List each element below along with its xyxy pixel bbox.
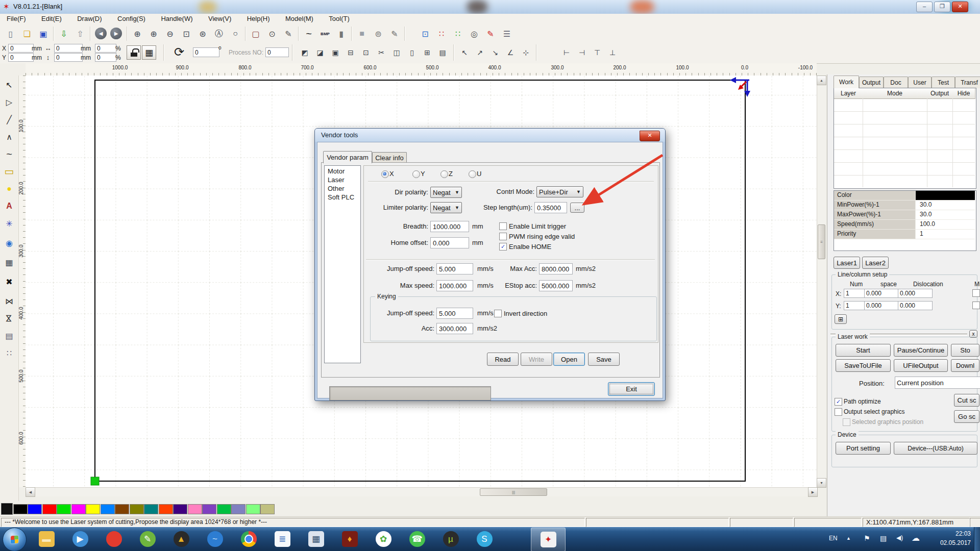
palette-color[interactable] bbox=[260, 504, 275, 514]
tab-work[interactable]: Work bbox=[834, 76, 859, 88]
board-tool-icon[interactable]: ▤ bbox=[2, 329, 16, 343]
dialog-close-icon[interactable]: ✕ bbox=[640, 131, 660, 141]
grid-tool-icon[interactable]: ▦ bbox=[2, 255, 16, 269]
maximize-button[interactable]: ❐ bbox=[934, 2, 950, 12]
breadth-input[interactable]: 1000.000 bbox=[430, 221, 469, 232]
selected-position-checkbox[interactable] bbox=[843, 418, 850, 426]
scroll-left-icon[interactable]: ◀ bbox=[26, 487, 35, 497]
taskbar-notepad[interactable]: ≣ bbox=[265, 528, 299, 550]
x-position-input[interactable]: 0 bbox=[8, 44, 34, 53]
home-offset-input[interactable]: 0.000 bbox=[430, 237, 469, 248]
vertical-scrollbar[interactable]: ▲ ≡ ▼ bbox=[817, 76, 826, 487]
zoom-pan-icon[interactable]: ⊕ bbox=[131, 27, 144, 40]
menu-help[interactable]: Help(H) bbox=[240, 14, 277, 22]
horizontal-scrollbar[interactable]: ◀ ||| ▶ bbox=[26, 487, 817, 496]
import-icon[interactable]: ⇩ bbox=[57, 27, 70, 40]
prop-priority-value[interactable]: 1 bbox=[916, 230, 975, 239]
menu-handle[interactable]: Handle(W) bbox=[154, 14, 199, 22]
incline-icon[interactable]: ∠ bbox=[504, 46, 517, 59]
bmp-tool-icon[interactable]: BMP bbox=[318, 27, 332, 40]
rotate-angle-input[interactable]: 0 bbox=[193, 47, 219, 57]
node-edit-icon[interactable]: ⊙ bbox=[265, 27, 279, 40]
align-topleft-icon[interactable]: ↖ bbox=[458, 46, 471, 59]
vertical-scroll-thumb[interactable]: ≡ bbox=[818, 224, 825, 259]
palette-color[interactable] bbox=[71, 504, 86, 514]
laser-pen-icon[interactable]: ✎ bbox=[484, 27, 497, 40]
taskbar-paint[interactable]: ✎ bbox=[131, 528, 164, 550]
start-button[interactable]: Start bbox=[836, 344, 891, 357]
menu-draw[interactable]: Draw(D) bbox=[70, 14, 108, 22]
path-optimize-checkbox[interactable]: ✓ bbox=[835, 398, 842, 406]
height-scale-input[interactable]: 0 bbox=[95, 53, 116, 62]
mirror-horizontal-icon[interactable]: ⋈ bbox=[2, 294, 16, 308]
select-tool-icon[interactable]: ↖ bbox=[2, 78, 16, 92]
cloud-sync-icon[interactable]: ☁ bbox=[912, 533, 920, 543]
action-center-flag-icon[interactable]: ⚑ bbox=[864, 534, 870, 542]
lc-x-mirror-checkbox[interactable] bbox=[972, 289, 980, 297]
lc-preview-button[interactable]: ⊞ bbox=[835, 314, 847, 324]
align-right-icon[interactable]: ⊣ bbox=[576, 46, 588, 59]
device-select-button[interactable]: Device---(USB:Auto) bbox=[894, 442, 977, 455]
palette-color[interactable] bbox=[130, 504, 144, 514]
lc-y-space-input[interactable]: 0.000 bbox=[864, 301, 899, 310]
jump-off-input[interactable]: 5.000 bbox=[436, 263, 473, 274]
ungroup-icon[interactable]: ⊞ bbox=[421, 46, 433, 59]
align-topright-icon[interactable]: ↗ bbox=[474, 46, 486, 59]
tab-output[interactable]: Output bbox=[859, 77, 884, 88]
brush-icon[interactable]: ✎ bbox=[388, 27, 401, 40]
palette-color[interactable] bbox=[144, 504, 158, 514]
minimize-button[interactable]: – bbox=[916, 2, 933, 12]
taskbar-flash[interactable]: ♦ bbox=[333, 528, 366, 550]
tab-transform[interactable]: Transf bbox=[955, 77, 980, 88]
capture-icon[interactable]: ◎ bbox=[468, 27, 481, 40]
lc-y-dislocation-input[interactable]: 0.000 bbox=[898, 301, 933, 310]
taskbar-chrome[interactable] bbox=[232, 528, 265, 550]
enable-home-checkbox[interactable]: ✓ bbox=[499, 243, 507, 251]
open-button[interactable]: Open bbox=[553, 353, 585, 366]
go-scale-button[interactable]: Go sc bbox=[954, 410, 979, 423]
tab-vendor-param[interactable]: Vendor param bbox=[323, 151, 372, 163]
menu-view[interactable]: View(V) bbox=[202, 14, 238, 22]
save-icon[interactable]: ▣ bbox=[37, 27, 50, 40]
align-bottomright-icon[interactable]: ↘ bbox=[489, 46, 501, 59]
taskbar-calculator[interactable]: ▦ bbox=[299, 528, 333, 550]
port-setting-button[interactable]: Port setting bbox=[836, 442, 891, 455]
menu-edit[interactable]: Edit(E) bbox=[35, 14, 68, 22]
width-scale-input[interactable]: 0 bbox=[95, 44, 116, 53]
taskbar-explorer[interactable]: ▬ bbox=[30, 528, 63, 550]
prop-maxpower-value[interactable]: 30.0 bbox=[916, 210, 975, 220]
taskbar-earth-browser[interactable]: ~ bbox=[198, 528, 232, 550]
new-file-icon[interactable]: ▯ bbox=[4, 27, 17, 40]
delete-tool-icon[interactable]: ✖ bbox=[2, 274, 16, 289]
align-bottom-icon[interactable]: ⊥ bbox=[606, 46, 619, 59]
group-icon[interactable]: ▯ bbox=[406, 46, 418, 59]
laser2-button[interactable]: Laser2 bbox=[862, 257, 889, 269]
language-indicator[interactable]: EN bbox=[829, 535, 838, 542]
menu-model[interactable]: Model(M) bbox=[279, 14, 320, 22]
align-left-icon[interactable]: ⊢ bbox=[560, 46, 573, 59]
hatch-icon[interactable]: ▤ bbox=[436, 46, 449, 59]
palette-color[interactable] bbox=[28, 504, 42, 514]
palette-color[interactable] bbox=[57, 504, 71, 514]
zoom-all-icon[interactable]: ⊛ bbox=[196, 27, 209, 40]
pen-edit-icon[interactable]: ✎ bbox=[282, 27, 295, 40]
list-item-other[interactable]: Other bbox=[325, 184, 360, 193]
lc-x-dislocation-input[interactable]: 0.000 bbox=[898, 289, 933, 298]
tab-clear-info[interactable]: Clear info bbox=[372, 152, 407, 163]
node-edit-tool-icon[interactable]: ▷ bbox=[2, 95, 16, 109]
prop-speed-value[interactable]: 100.0 bbox=[916, 220, 975, 230]
zoom-page-icon[interactable]: ⊡ bbox=[180, 27, 193, 40]
weld-icon[interactable]: ◫ bbox=[390, 46, 403, 59]
polyline-tool-icon[interactable]: ∧ bbox=[2, 130, 16, 144]
pwm-rising-checkbox[interactable] bbox=[499, 233, 507, 240]
list-item-softplc[interactable]: Soft PLC bbox=[325, 193, 360, 202]
taskbar-media-player[interactable]: ▶ bbox=[63, 528, 97, 550]
volume-icon[interactable]: ◀) bbox=[896, 534, 903, 541]
prop-minpower-value[interactable]: 30.0 bbox=[916, 201, 975, 210]
palette-color[interactable] bbox=[159, 504, 173, 514]
rectangle-tool-icon[interactable]: ▭ bbox=[2, 164, 16, 179]
horizontal-scroll-thumb[interactable]: ||| bbox=[480, 488, 547, 496]
axis-x-radio[interactable] bbox=[381, 170, 389, 178]
zoom-view-icon[interactable]: ○ bbox=[229, 27, 242, 40]
lc-y-num-input[interactable]: 1 bbox=[844, 301, 865, 310]
